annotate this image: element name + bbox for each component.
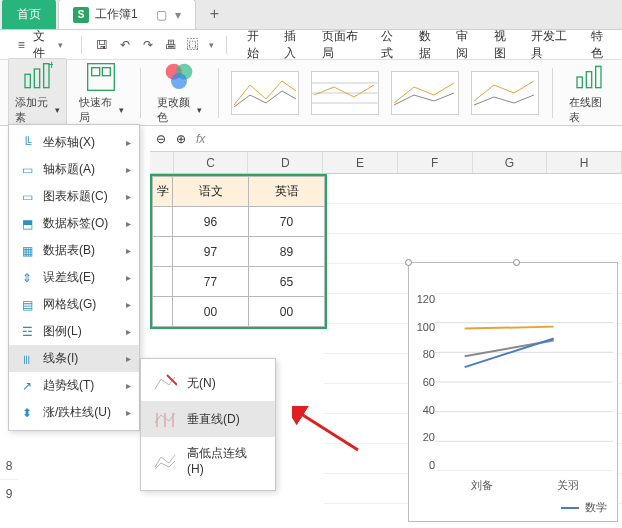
quick-layout-button[interactable]: 快速布局▾ [73,59,130,127]
svg-text:+: + [48,61,53,72]
tab-label: 工作簿1 [95,6,138,23]
menu-lines[interactable]: ⫼线条(I)▸ [9,345,139,372]
menu-chart-title[interactable]: ▭图表标题(C)▸ [9,183,139,210]
online-chart-icon [573,61,605,93]
col-header[interactable]: H [547,152,622,173]
col-headers: C D E F G H [150,152,622,174]
axes-icon: ╚ [19,135,35,151]
svg-point-9 [171,73,187,89]
selected-range[interactable]: 学语文英语 9670 9789 7765 0000 [150,174,327,329]
hilo-icon [153,451,177,471]
tab-status: ▢ ▾ [156,8,181,22]
presentation-icon[interactable]: ▢ [156,8,167,22]
ribbon-tab[interactable]: 视图 [492,24,518,66]
chevron-right-icon: ▸ [126,137,131,148]
change-color-button[interactable]: 更改颜色▾ [151,59,208,127]
new-tab-button[interactable]: + [196,0,233,29]
legend-icon: ☲ [19,324,35,340]
fx-label[interactable]: fx [196,132,205,146]
chevron-down-icon: ▾ [55,105,60,115]
annotation-arrow [292,406,362,456]
preview-icon[interactable]: ⿴ [186,37,201,53]
menu-axis-title[interactable]: ▭轴标题(A)▸ [9,156,139,183]
ribbon-tabs: 开始 插入 页面布局 公式 数据 审阅 视图 开发工具 特色 [245,24,614,66]
resize-handle[interactable] [405,259,412,266]
menu-legend[interactable]: ☲图例(L)▸ [9,318,139,345]
menu-trendline[interactable]: ↗趋势线(T)▸ [9,372,139,399]
menu-axes[interactable]: ╚坐标轴(X)▸ [9,129,139,156]
menu-data-labels[interactable]: ⬒数据标签(O)▸ [9,210,139,237]
menu-data-table[interactable]: ▦数据表(B)▸ [9,237,139,264]
legend-swatch [561,507,579,509]
save-icon[interactable]: 🖫 [94,37,109,53]
dropdown-icon[interactable]: ▾ [175,8,181,22]
online-chart-button[interactable]: 在线图表 [563,59,614,127]
print-icon[interactable]: 🖶 [163,37,178,53]
col-header[interactable]: C [174,152,249,173]
col-header[interactable]: D [248,152,323,173]
trendline-icon: ↗ [19,378,35,394]
svg-rect-0 [25,74,30,87]
chart-legend: 数学 [561,500,607,515]
drop-line-icon [153,409,177,429]
submenu-none[interactable]: 无(N) [141,365,275,401]
chart-style-4[interactable] [471,71,539,115]
lines-submenu: 无(N) 垂直线(D) 高低点连线(H) [140,358,276,491]
svg-rect-13 [577,77,582,88]
ribbon-tab[interactable]: 审阅 [454,24,480,66]
colors-icon [163,61,195,93]
lines-icon: ⫼ [19,351,35,367]
chart-style-1[interactable] [231,71,299,115]
chart-x-axis: 刘备 关羽 [439,478,611,493]
chart-plot [435,293,613,471]
row-header[interactable]: 8 [0,452,18,480]
menu-gridlines[interactable]: ▤网格线(G)▸ [9,291,139,318]
chart-style-3[interactable] [391,71,459,115]
ribbon-tab[interactable]: 页面布局 [320,24,367,66]
add-element-menu: ╚坐标轴(X)▸ ▭轴标题(A)▸ ▭图表标题(C)▸ ⬒数据标签(O)▸ ▦数… [8,124,140,431]
undo-icon[interactable]: ↶ [117,37,132,53]
axis-title-icon: ▭ [19,162,35,178]
add-element-icon: + [21,61,53,93]
chart-y-axis: 120 100 80 60 40 20 0 [415,293,435,471]
redo-icon[interactable]: ↷ [140,37,155,53]
ribbon-tab[interactable]: 数据 [417,24,443,66]
col-header[interactable]: E [323,152,398,173]
data-label-icon: ⬒ [19,216,35,232]
svg-rect-5 [92,67,100,75]
resize-handle[interactable] [513,259,520,266]
ribbon: + 添加元素▾ 快速布局▾ 更改颜色▾ 在线图表 [0,60,622,126]
menu-error-bars[interactable]: ⇕误差线(E)▸ [9,264,139,291]
menu-updown-bars[interactable]: ⬍涨/跌柱线(U)▸ [9,399,139,426]
svg-rect-6 [103,67,111,75]
ribbon-tab[interactable]: 公式 [379,24,405,66]
svg-rect-1 [35,69,40,88]
file-bar: ≡文件▾ 🖫 ↶ ↷ 🖶 ⿴ ▾ 开始 插入 页面布局 公式 数据 审阅 视图 … [0,30,622,60]
col-header[interactable]: F [398,152,473,173]
ribbon-tab[interactable]: 开始 [245,24,271,66]
ribbon-tab[interactable]: 插入 [282,24,308,66]
none-icon [153,373,177,393]
col-header[interactable]: G [473,152,548,173]
chart-title-icon: ▭ [19,189,35,205]
chart-style-2[interactable] [311,71,379,115]
qat-more[interactable]: ▾ [209,40,214,50]
add-element-button[interactable]: + 添加元素▾ [8,58,67,128]
formula-input[interactable] [215,131,616,146]
row-header[interactable]: 9 [0,480,18,508]
submenu-vertical-line[interactable]: 垂直线(D) [141,401,275,437]
submenu-hilo-line[interactable]: 高低点连线(H) [141,437,275,484]
formula-bar: ⊖ ⊕ fx [150,126,622,152]
embedded-chart[interactable]: 120 100 80 60 40 20 0 刘备 关羽 数学 [408,262,618,522]
zoom-in-icon[interactable]: ⊕ [176,132,186,146]
zoom-out-icon[interactable]: ⊖ [156,132,166,146]
data-table-icon: ▦ [19,243,35,259]
gridlines-icon: ▤ [19,297,35,313]
tab-workbook[interactable]: S 工作簿1 ▢ ▾ [58,0,196,29]
svg-line-16 [167,375,177,385]
svg-rect-14 [586,71,591,87]
svg-rect-15 [595,66,600,87]
svg-line-20 [298,412,358,450]
series-line [465,327,554,329]
error-bar-icon: ⇕ [19,270,35,286]
